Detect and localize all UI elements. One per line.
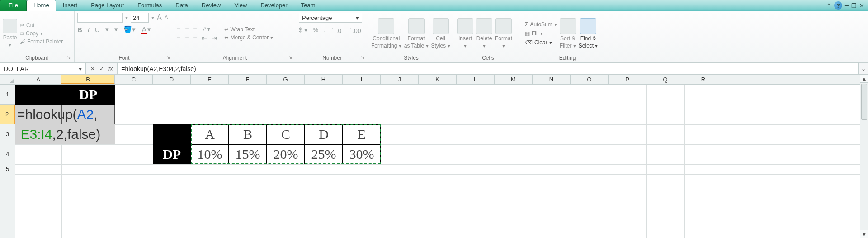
window-close-icon[interactable]: ✕: [859, 2, 864, 9]
align-left-icon[interactable]: ≡: [177, 34, 180, 42]
accept-formula-icon[interactable]: ✓: [99, 66, 104, 72]
col-header-M[interactable]: M: [495, 75, 533, 84]
font-name-dropdown-icon[interactable]: ▾: [125, 14, 128, 21]
col-header-A[interactable]: A: [15, 75, 61, 84]
row-header-2[interactable]: 2: [0, 105, 15, 124]
insert-cells-button[interactable]: Insert▾: [457, 18, 473, 49]
font-size-input[interactable]: [131, 13, 149, 23]
tab-formulas[interactable]: Formulas: [131, 0, 169, 11]
col-header-I[interactable]: I: [343, 75, 381, 84]
number-format-select[interactable]: Percentage▾: [299, 13, 362, 23]
underline-button[interactable]: U: [95, 26, 100, 33]
select-all-corner[interactable]: [0, 75, 15, 85]
font-size-dropdown-icon[interactable]: ▾: [151, 14, 154, 21]
cell-A3[interactable]: E3:I4,2,false): [15, 124, 115, 144]
autosum-button[interactable]: ΣAutoSum ▾: [525, 21, 557, 28]
ribbon-minimize-icon[interactable]: ⌃: [826, 2, 831, 9]
number-format-dropdown-icon[interactable]: ▾: [356, 14, 359, 21]
wrap-text-button[interactable]: ↩Wrap Text: [224, 26, 274, 33]
vertical-scrollbar[interactable]: ▲ ▼: [860, 75, 868, 238]
alignment-dialog-icon[interactable]: ↘: [288, 55, 292, 60]
cell-D4[interactable]: DP: [153, 144, 191, 164]
fx-icon[interactable]: fx: [108, 66, 113, 72]
col-header-G[interactable]: G: [267, 75, 305, 84]
decrease-decimal-button[interactable]: →.00: [347, 25, 361, 34]
underline-dropdown-icon[interactable]: ▾: [105, 25, 109, 33]
tab-file[interactable]: File: [0, 0, 27, 11]
number-dialog-icon[interactable]: ↘: [361, 55, 364, 60]
format-painter-button[interactable]: 🖌Format Painter: [20, 38, 63, 45]
col-header-P[interactable]: P: [609, 75, 646, 84]
tab-team[interactable]: Team: [294, 0, 322, 11]
row-header-3[interactable]: 3: [0, 124, 15, 144]
cell-A2[interactable]: =hlookup(A2,: [15, 105, 115, 124]
col-header-O[interactable]: O: [571, 75, 609, 84]
clipboard-dialog-icon[interactable]: ↘: [67, 55, 71, 60]
cell-I3[interactable]: E: [343, 124, 381, 144]
format-cells-button[interactable]: Format▾: [495, 18, 512, 49]
col-header-R[interactable]: R: [684, 75, 722, 84]
row-header-4[interactable]: 4: [0, 144, 15, 164]
col-header-B[interactable]: B: [61, 75, 115, 84]
cell-F4[interactable]: 15%: [229, 144, 267, 164]
cell-F3[interactable]: B: [229, 124, 267, 144]
formula-input[interactable]: =hlookup(A2,E3:I4,2,false): [118, 63, 858, 74]
name-box-dropdown-icon[interactable]: ▾: [79, 65, 82, 72]
font-dialog-icon[interactable]: ↘: [166, 55, 170, 60]
increase-indent-icon[interactable]: ⇥: [212, 34, 217, 42]
align-middle-icon[interactable]: ≡: [185, 25, 189, 33]
merge-dropdown-icon[interactable]: ▾: [270, 34, 273, 41]
scroll-thumb[interactable]: [861, 84, 867, 120]
cell-D3[interactable]: [153, 124, 191, 144]
increase-decimal-button[interactable]: ←.0: [331, 25, 341, 34]
align-top-icon[interactable]: ≡: [177, 25, 180, 33]
help-icon[interactable]: ?: [834, 1, 842, 10]
copy-button[interactable]: ⧉Copy ▾: [20, 30, 63, 37]
scroll-down-icon[interactable]: ▼: [860, 230, 868, 238]
orientation-icon[interactable]: ⤢▾: [202, 25, 210, 33]
copy-dropdown-icon[interactable]: ▾: [40, 30, 43, 37]
tab-view[interactable]: View: [227, 0, 254, 11]
merge-center-button[interactable]: ⬌Merge & Center ▾: [224, 34, 274, 41]
formula-expand-icon[interactable]: ⌄: [858, 63, 868, 74]
cell-A1[interactable]: [15, 85, 61, 105]
decrease-indent-icon[interactable]: ⇤: [202, 34, 207, 42]
col-header-H[interactable]: H: [305, 75, 343, 84]
paste-dropdown-icon[interactable]: ▾: [9, 42, 11, 48]
scroll-up-icon[interactable]: ▲: [860, 75, 868, 83]
comma-format-button[interactable]: ,: [324, 26, 326, 33]
cell-I4[interactable]: 30%: [343, 144, 381, 164]
align-right-icon[interactable]: ≡: [193, 34, 197, 42]
sort-filter-button[interactable]: Sort &Filter ▾: [560, 18, 576, 49]
tab-data[interactable]: Data: [169, 0, 194, 11]
col-header-C[interactable]: C: [115, 75, 153, 84]
increase-font-icon[interactable]: A: [157, 14, 162, 22]
name-box[interactable]: DOLLAR ▾: [0, 63, 86, 74]
align-bottom-icon[interactable]: ≡: [193, 25, 197, 33]
align-center-icon[interactable]: ≡: [185, 34, 189, 42]
font-color-button[interactable]: A▾: [141, 25, 151, 33]
row-header-5[interactable]: 5: [0, 164, 15, 174]
accounting-format-button[interactable]: $ ▾: [299, 26, 307, 33]
decrease-font-icon[interactable]: A: [165, 14, 168, 21]
col-header-N[interactable]: N: [533, 75, 571, 84]
conditional-formatting-button[interactable]: ConditionalFormatting ▾: [371, 18, 401, 49]
row-header-1[interactable]: 1: [0, 85, 15, 105]
tab-developer[interactable]: Developer: [254, 0, 294, 11]
tab-home[interactable]: Home: [27, 0, 56, 11]
cell-G3[interactable]: C: [267, 124, 305, 144]
cell-H4[interactable]: 25%: [305, 144, 343, 164]
window-minimize-icon[interactable]: ━: [845, 2, 849, 9]
format-as-table-button[interactable]: Formatas Table ▾: [404, 18, 429, 49]
find-select-button[interactable]: Find &Select ▾: [579, 18, 598, 49]
font-name-input[interactable]: [77, 13, 123, 23]
fill-color-button[interactable]: 🪣▾: [123, 25, 136, 33]
tab-review[interactable]: Review: [195, 0, 228, 11]
percent-format-button[interactable]: %: [313, 26, 318, 33]
border-button[interactable]: ▾: [114, 25, 118, 33]
tab-page-layout[interactable]: Page Layout: [84, 0, 131, 11]
cut-button[interactable]: ✂Cut: [20, 22, 63, 29]
window-restore-icon[interactable]: ❐: [851, 2, 857, 9]
bold-button[interactable]: B: [77, 26, 82, 33]
col-header-Q[interactable]: Q: [646, 75, 684, 84]
